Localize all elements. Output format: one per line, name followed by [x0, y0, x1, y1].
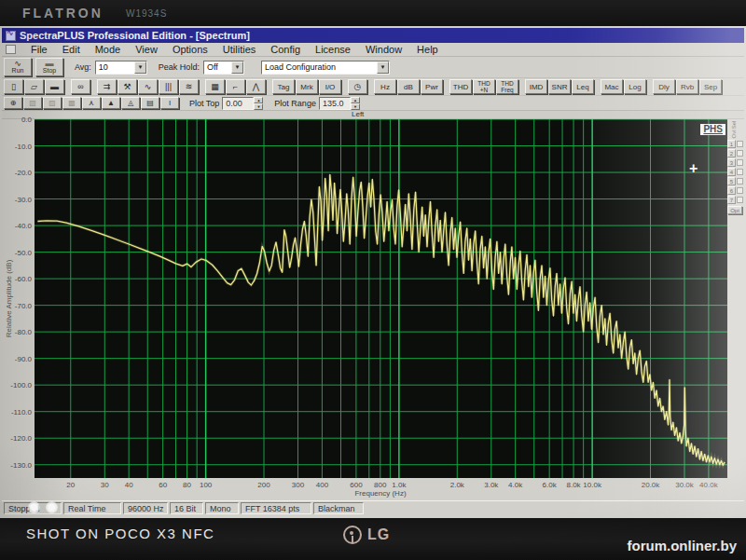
db-button[interactable]: dB	[397, 79, 420, 94]
toolbar-display: ⊕▧▨▩⋏▲◬▤I Plot Top 0.00 ▲ ▼ Plot Range 1…	[2, 96, 744, 111]
lg-logo-text: LG	[367, 526, 390, 543]
overlay-panel: SelOvl1234567Opt	[727, 119, 746, 478]
grid-table-icon[interactable]: ▦	[205, 79, 225, 94]
spectrum-child-icon[interactable]	[6, 45, 16, 54]
transfer-arrows-icon[interactable]: ⇉	[97, 79, 117, 94]
overlay-row-4: 4	[727, 168, 743, 176]
x-tick-label: 400	[316, 481, 328, 489]
imd-button[interactable]: IMD	[525, 79, 547, 94]
menu-file[interactable]: File	[23, 44, 55, 55]
stop-button[interactable]: ▬ Stop	[35, 58, 63, 76]
ruler-icon[interactable]: ⌐	[226, 79, 245, 94]
power-button[interactable]: Pwr	[421, 79, 443, 94]
run-label: Run	[12, 67, 24, 75]
overlay-select-button-5[interactable]: 5	[727, 177, 736, 185]
thd-button[interactable]: THD	[449, 79, 472, 94]
plot-top-spinner[interactable]: ▲ ▼	[254, 97, 263, 110]
toolbar-group: DlyRvbSep	[653, 79, 723, 94]
separation-button[interactable]: Sep	[699, 79, 722, 94]
menu-options[interactable]: Options	[165, 44, 215, 55]
peak-display-icon[interactable]: ⋏	[82, 97, 101, 109]
ibeam-icon[interactable]: I	[160, 97, 179, 109]
filled-display-icon[interactable]: ▲	[102, 97, 120, 109]
overlay-select-button-3[interactable]: 3	[727, 158, 736, 167]
mixer-icon[interactable]: ≋	[179, 79, 199, 94]
peak-icon[interactable]: ⋀	[246, 79, 266, 94]
thd-freq-button[interactable]: THD Freq	[496, 79, 518, 94]
menu-utilities[interactable]: Utilities	[215, 44, 263, 55]
spectrum-plot[interactable]: PHS +	[35, 119, 727, 478]
spin-down-icon[interactable]: ▼	[351, 103, 360, 110]
delay-button[interactable]: Dly	[653, 79, 675, 94]
menu-view[interactable]: View	[128, 44, 165, 55]
save-icon[interactable]: ▬	[45, 79, 64, 94]
plot-range-input[interactable]: 135.0	[319, 97, 351, 110]
menu-config[interactable]: Config	[263, 44, 308, 55]
tools-icon[interactable]: ⚒	[117, 79, 137, 94]
overlay-checkbox-4[interactable]	[737, 169, 743, 175]
x-tick-label: 30.0k	[675, 481, 694, 489]
marker-button[interactable]: Mrk	[296, 79, 318, 94]
chart-c-icon[interactable]: ▩	[62, 97, 81, 109]
overlay-checkbox-7[interactable]	[737, 197, 743, 203]
surface-3d-icon[interactable]: ◬	[121, 97, 140, 109]
snr-button[interactable]: SNR	[548, 79, 571, 94]
lg-face-icon	[343, 526, 362, 544]
binoculars-icon[interactable]: ∞	[71, 79, 90, 94]
menu-window[interactable]: Window	[358, 44, 409, 55]
peak-hold-dropdown-arrow-icon[interactable]: ▼	[231, 61, 243, 74]
overlay-checkbox-2[interactable]	[737, 150, 743, 157]
avg-select[interactable]: 10 ▼	[95, 61, 147, 75]
run-button[interactable]: ∿ Run	[4, 58, 32, 76]
reverb-button[interactable]: Rvb	[676, 79, 698, 94]
io-button[interactable]: I/O	[319, 79, 341, 94]
phs-button[interactable]: PHS	[700, 124, 725, 135]
spin-up-icon[interactable]: ▲	[351, 97, 360, 103]
waveform-icon[interactable]: ∿	[138, 79, 158, 94]
menu-edit[interactable]: Edit	[55, 44, 88, 55]
open-folder-icon[interactable]: ▱	[24, 79, 44, 94]
toolbar-group: IMDSNRLeq	[525, 79, 595, 94]
table-display-icon[interactable]: ▤	[141, 97, 159, 109]
tag-button[interactable]: Tag	[272, 79, 295, 94]
overlay-select-button-4[interactable]: 4	[727, 168, 736, 176]
overlay-select-button-6[interactable]: 6	[727, 186, 736, 195]
log-button[interactable]: Log	[624, 79, 646, 94]
menu-help[interactable]: Help	[409, 44, 446, 55]
y-tick-label: -30.0	[15, 195, 32, 203]
spin-down-icon[interactable]: ▼	[254, 103, 263, 110]
avg-dropdown-arrow-icon[interactable]: ▼	[134, 61, 146, 74]
x-tick-label: 20	[66, 481, 75, 489]
menu-license[interactable]: License	[308, 44, 358, 55]
x-tick-label: 60	[159, 481, 167, 489]
title-bar[interactable]: SpectraPLUS Professional Edition - [Spec…	[2, 28, 744, 43]
overlay-checkbox-6[interactable]	[737, 187, 743, 194]
peak-hold-select[interactable]: Off ▼	[203, 61, 244, 75]
plot-top-input[interactable]: 0.00	[222, 97, 254, 110]
clock-icon[interactable]: ◷	[348, 79, 367, 94]
spin-up-icon[interactable]: ▲	[254, 97, 263, 103]
overlay-checkbox-5[interactable]	[737, 178, 743, 184]
thd-n-button[interactable]: THD +N	[473, 79, 495, 94]
overlay-checkbox-3[interactable]	[737, 159, 743, 166]
x-tick-label: 300	[292, 481, 304, 489]
configuration-select[interactable]: Load Configuration ▼	[261, 61, 390, 75]
spectrum-bars-icon[interactable]: |||	[159, 79, 178, 94]
plot-range-value: 135.0	[320, 99, 350, 108]
overlay-options-button[interactable]: Opt	[727, 206, 742, 214]
menu-mode[interactable]: Mode	[88, 44, 129, 55]
plot-range-spinner[interactable]: ▲ ▼	[351, 97, 360, 110]
toolbar-group: HzdBPwr	[374, 79, 444, 94]
chart-b-icon[interactable]: ▨	[43, 97, 62, 109]
overlay-select-button-7[interactable]: 7	[727, 196, 736, 204]
macro-button[interactable]: Mac	[601, 79, 623, 94]
toolbar-transport: ∿ Run ▬ Stop Avg: 10 ▼ Peak Hold: Off ▼ …	[2, 57, 744, 78]
leq-button[interactable]: Leq	[572, 79, 594, 94]
overlay-select-button-2[interactable]: 2	[727, 149, 736, 157]
zoom-cursor-icon[interactable]: ⊕	[4, 97, 22, 109]
new-file-icon[interactable]: ▯	[4, 79, 23, 94]
configuration-dropdown-arrow-icon[interactable]: ▼	[377, 61, 389, 74]
chart-options-icon[interactable]: ▧	[23, 97, 42, 109]
x-axis-label: Frequency (Hz)	[354, 489, 406, 498]
hz-button[interactable]: Hz	[374, 79, 396, 94]
